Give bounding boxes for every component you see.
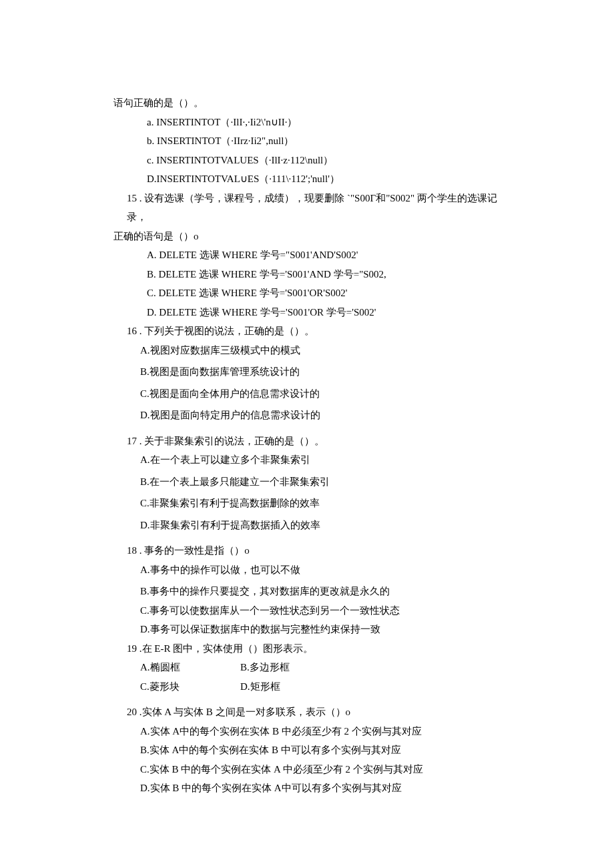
- q17-option-d: D.非聚集索引有利于提高数据插入的效率: [113, 516, 501, 535]
- q15-stem-2: 正确的语句是（）o: [113, 227, 501, 246]
- q20-stem: 20 .实体 A 与实体 B 之间是一对多联系，表示（）o: [113, 703, 501, 722]
- q20-option-a: A.实体 A中的每个实例在实体 B 中必须至少有 2 个实例与其对应: [113, 722, 501, 741]
- intro-line: 语句正确的是（）。: [113, 93, 501, 113]
- q18-stem: 18 . 事务的一致性是指（）o: [113, 541, 501, 560]
- q18-option-b: B.事务中的操作只要提交，其对数据库的更改就是永久的: [113, 582, 501, 601]
- q17-option-b: B.在一个表上最多只能建立一个非聚集索引: [113, 472, 501, 492]
- q19-option-b: B.多边形框: [240, 658, 340, 677]
- q18-option-c: C.事务可以使数据库从一个一致性状态到另一个一致性状态: [113, 601, 501, 620]
- q18-option-d: D.事务可以保证数据库中的数据与完整性约束保持一致: [113, 620, 501, 639]
- intro-option-a: a. INSERTINTOT（·IlI·,·Ii2\'n∪II·）: [113, 113, 501, 132]
- q18-option-a: A.事务中的操作可以做，也可以不做: [113, 560, 501, 580]
- q20-option-d: D.实体 B 中的每个实例在实体 A中可以有多个实例与其对应: [113, 779, 501, 798]
- document-page: 语句正确的是（）。 a. INSERTINTOT（·IlI·,·Ii2\'n∪I…: [0, 0, 614, 868]
- q16-option-b: B.视图是面向数据库管理系统设计的: [113, 362, 501, 382]
- q20-option-c: C.实体 B 中的每个实例在实体 A 中必须至少有 2 个实例与其对应: [113, 760, 501, 779]
- q19-row-2: C.菱形块 D.矩形框: [113, 677, 501, 697]
- q19-option-d: D.矩形框: [240, 677, 340, 697]
- q16-option-d: D.视图是面向特定用户的信息需求设计的: [113, 406, 501, 425]
- q19-row-1: A.椭圆框 B.多边形框: [113, 658, 501, 677]
- q16-stem: 16 . 下列关于视图的说法，正确的是（）。: [113, 322, 501, 341]
- q15-option-c: C. DELETE 选课 WHERE 学号='S001'OR'S002': [113, 284, 501, 303]
- q20-option-b: B.实体 A中的每个实例在实体 B 中可以有多个实例与其对应: [113, 741, 501, 760]
- q16-option-a: A.视图对应数据库三级模式中的模式: [113, 341, 501, 360]
- q19-stem: 19 .在 E-R 图中，实体使用（）图形表示。: [113, 639, 501, 659]
- q17-stem: 17 . 关于非聚集索引的说法，正确的是（）。: [113, 432, 501, 451]
- intro-option-d: D.INSERTINTOTVAL∪ES（·111\·112';'null'）: [113, 169, 501, 189]
- q15-option-b: B. DELETE 选课 WHERE 学号='S001'AND 学号="S002…: [113, 265, 501, 284]
- intro-option-c: c. INSERTINTOTVALUES（·IlI·z·112\null）: [113, 151, 501, 170]
- q16-option-c: C.视图是面向全体用户的信息需求设计的: [113, 384, 501, 404]
- q15-option-a: A. DELETE 选课 WHERE 学号="S001'AND'S002': [113, 246, 501, 265]
- q19-option-a: A.椭圆框: [140, 658, 240, 677]
- q17-option-a: A.在一个表上可以建立多个非聚集索引: [113, 450, 501, 470]
- intro-option-b: b. INSERTINTOT（·IIrz·Ii2",null）: [113, 131, 501, 151]
- q17-option-c: C.非聚集索引有利于提高数据删除的效率: [113, 494, 501, 513]
- q19-option-c: C.菱形块: [140, 677, 240, 697]
- q15-stem-1: 15 . 设有选课（学号，课程号，成绩），现要删除 `"S00Γ和"S002" …: [113, 189, 501, 227]
- q15-option-d: D. DELETE 选课 WHERE 学号='S001'OR 学号='S002': [113, 303, 501, 322]
